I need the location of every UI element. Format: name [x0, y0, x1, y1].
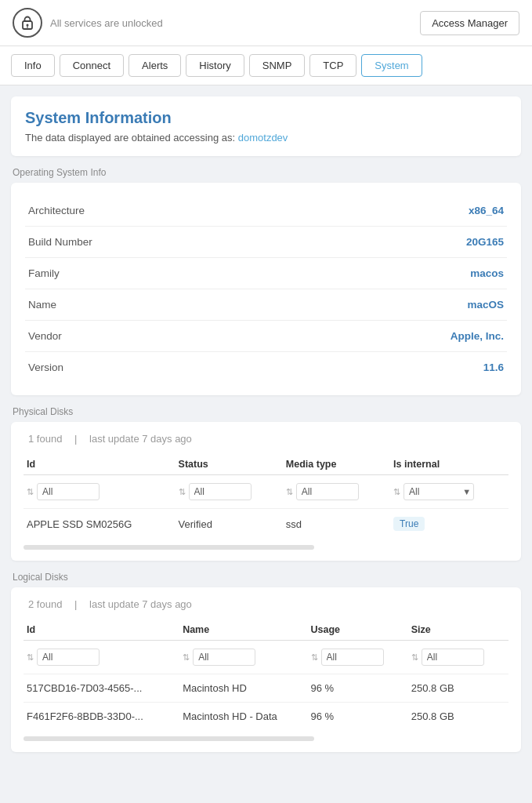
disk-id: APPLE SSD SM0256G	[24, 509, 176, 540]
os-info-card: Architecture x86_64 Build Number 20G165 …	[11, 183, 521, 395]
os-version-value: 11.6	[286, 352, 507, 383]
filter-input-status[interactable]	[189, 483, 252, 500]
access-manager-button[interactable]: Access Manager	[420, 11, 519, 35]
logical-disks-card: 2 found | last update 7 days ago Id Name…	[11, 587, 521, 752]
header-left: All services are unlocked	[13, 8, 163, 38]
scrollbar[interactable]	[24, 736, 314, 741]
logical-disks-table-scroll[interactable]: Id Name Usage Size ⇅	[24, 620, 508, 730]
lock-icon	[13, 8, 42, 38]
tab-history[interactable]: History	[186, 54, 244, 77]
scrollbar[interactable]	[24, 545, 314, 550]
filter-input-size[interactable]	[422, 649, 484, 666]
table-row: Build Number 20G165	[25, 227, 507, 258]
filter-row: ⇅ ⇅ ⇅	[24, 641, 508, 674]
os-section-label: Operating System Info	[11, 167, 521, 178]
filter-cell-usage: ⇅	[308, 641, 408, 674]
table-row: Version 11.6	[25, 352, 507, 383]
filter-cell-is-internal: ⇅ All True False ▼	[390, 475, 508, 509]
sort-icon-id[interactable]: ⇅	[27, 652, 34, 663]
sort-icon-media-type[interactable]: ⇅	[286, 487, 293, 497]
table-row: Name macOS	[25, 289, 507, 321]
filter-cell-status: ⇅	[176, 475, 283, 509]
ldisk-id: F461F2F6-8BDB-33D0-...	[24, 703, 179, 731]
col-media-type: Media type	[283, 454, 390, 475]
status-badge: True	[393, 517, 425, 531]
filter-input-id[interactable]	[37, 649, 100, 666]
tab-system[interactable]: System	[361, 54, 422, 77]
ldisk-name: Macintosh HD	[179, 674, 307, 703]
logical-disks-found: 2 found | last update 7 days ago	[24, 598, 508, 610]
system-info-title: System Information	[25, 109, 507, 127]
disk-status: Verified	[176, 509, 283, 540]
physical-disks-label: Physical Disks	[11, 406, 521, 417]
select-wrap-is-internal: All True False ▼	[404, 483, 474, 500]
filter-cell-name: ⇅	[179, 641, 307, 674]
filter-cell-media-type: ⇅	[283, 475, 390, 509]
disk-is-internal: True	[390, 509, 508, 540]
os-architecture-label: Architecture	[25, 195, 286, 227]
col-status: Status	[176, 454, 283, 475]
ldisk-usage: 96 %	[308, 703, 408, 731]
system-info-subtitle: The data displayed are obtained accessin…	[25, 132, 507, 144]
tabs-bar: Info Connect Alerts History SNMP TCP Sys…	[0, 46, 532, 85]
ldisk-name: Macintosh HD - Data	[179, 703, 307, 731]
col-id: Id	[24, 454, 176, 475]
sort-icon-name[interactable]: ⇅	[183, 652, 190, 663]
table-row: APPLE SSD SM0256G Verified ssd True	[24, 509, 508, 540]
sort-icon-size[interactable]: ⇅	[411, 652, 418, 663]
table-row: Architecture x86_64	[25, 195, 507, 227]
filter-input-id[interactable]	[37, 483, 100, 500]
ldisk-size: 250.8 GB	[408, 674, 508, 703]
tab-info[interactable]: Info	[11, 54, 55, 77]
sort-icon-is-internal[interactable]: ⇅	[393, 487, 400, 497]
os-vendor-value: Apple, Inc.	[286, 321, 507, 352]
ldisk-size: 250.8 GB	[408, 703, 508, 731]
table-row: 517CBD16-7D03-4565-... Macintosh HD 96 %…	[24, 674, 508, 703]
os-vendor-label: Vendor	[25, 321, 286, 352]
filter-input-media-type[interactable]	[296, 483, 359, 500]
col-id: Id	[24, 620, 179, 641]
filter-input-name[interactable]	[193, 649, 255, 666]
os-family-value: macos	[286, 258, 507, 289]
os-family-label: Family	[25, 258, 286, 289]
col-name: Name	[179, 620, 307, 641]
tab-alerts[interactable]: Alerts	[128, 54, 181, 77]
svg-point-1	[27, 24, 29, 27]
physical-disks-table: Id Status Media type Is internal ⇅	[24, 454, 508, 539]
filter-select-is-internal[interactable]: All True False	[404, 483, 474, 500]
os-info-table: Architecture x86_64 Build Number 20G165 …	[25, 195, 507, 383]
os-build-value: 20G165	[286, 227, 507, 258]
sort-icon-id[interactable]: ⇅	[27, 487, 34, 497]
os-build-label: Build Number	[25, 227, 286, 258]
os-name-label: Name	[25, 289, 286, 321]
tab-tcp[interactable]: TCP	[309, 54, 356, 77]
ldisk-id: 517CBD16-7D03-4565-...	[24, 674, 179, 703]
col-usage: Usage	[308, 620, 408, 641]
table-row: F461F2F6-8BDB-33D0-... Macintosh HD - Da…	[24, 703, 508, 731]
physical-disks-card: 1 found | last update 7 days ago Id Stat…	[11, 422, 521, 561]
filter-row: ⇅ ⇅ ⇅	[24, 475, 508, 509]
ldisk-usage: 96 %	[308, 674, 408, 703]
filter-cell-size: ⇅	[408, 641, 508, 674]
disk-media-type: ssd	[283, 509, 390, 540]
tab-snmp[interactable]: SNMP	[249, 54, 306, 77]
user-link[interactable]: domotzdev	[238, 132, 288, 144]
logical-disks-label: Logical Disks	[11, 572, 521, 583]
tab-connect[interactable]: Connect	[60, 54, 124, 77]
table-row: Vendor Apple, Inc.	[25, 321, 507, 352]
header: All services are unlocked Access Manager	[0, 0, 532, 46]
header-status: All services are unlocked	[50, 17, 163, 29]
main-content: System Information The data displayed ar…	[0, 85, 532, 774]
sort-icon-usage[interactable]: ⇅	[311, 652, 318, 663]
filter-cell-id: ⇅	[24, 641, 179, 674]
sort-icon-status[interactable]: ⇅	[179, 487, 186, 497]
system-info-card: System Information The data displayed ar…	[11, 96, 521, 156]
physical-disks-table-scroll[interactable]: Id Status Media type Is internal ⇅	[24, 454, 508, 539]
logical-disks-table: Id Name Usage Size ⇅	[24, 620, 508, 730]
os-architecture-value: x86_64	[286, 195, 507, 227]
filter-cell-id: ⇅	[24, 475, 176, 509]
filter-input-usage[interactable]	[321, 649, 384, 666]
col-size: Size	[408, 620, 508, 641]
physical-disks-found: 1 found | last update 7 days ago	[24, 433, 508, 445]
table-header-row: Id Name Usage Size	[24, 620, 508, 641]
